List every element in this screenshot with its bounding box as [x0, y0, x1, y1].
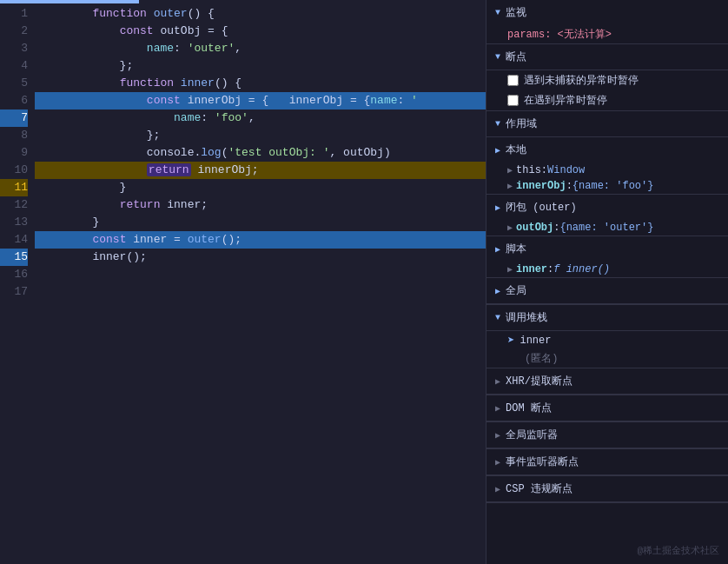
- global-arrow: ▶: [495, 286, 500, 296]
- callstack-header[interactable]: ▼ 调用堆栈: [486, 305, 728, 331]
- xhr-label: XHR/提取断点: [506, 374, 572, 388]
- script-header[interactable]: ▶ 脚本: [486, 236, 728, 262]
- line-num-9: 9: [0, 144, 28, 162]
- scope-label: 作用域: [506, 116, 537, 131]
- line-num-8: 8: [0, 127, 28, 144]
- code-line-7: const innerObj = { innerObj = {name: ': [35, 92, 486, 109]
- dom-header[interactable]: ▶ DOM 断点: [486, 395, 728, 421]
- line-num-4: 4: [0, 57, 28, 75]
- closure-outobj-arrow: ▶: [507, 222, 513, 233]
- xhr-section: ▶ XHR/提取断点: [486, 368, 728, 395]
- code-line-10: console.log('test outObj: ', outObj): [35, 144, 486, 162]
- global-header[interactable]: ▶ 全局: [486, 278, 728, 303]
- line-num-15: 15: [0, 249, 28, 266]
- local-section: ▶ 本地 ▶ this: Window ▶ innerObj : {name: …: [486, 137, 728, 195]
- line-num-7: 7: [0, 109, 28, 127]
- local-this-value: Window: [547, 164, 585, 176]
- closure-outobj-value: {name: 'outer'}: [559, 222, 653, 234]
- code-line-15: const inner = outer();: [35, 231, 486, 249]
- breakpoints-header[interactable]: ▼ 断点: [486, 44, 728, 70]
- callstack-active-arrow: ➤: [507, 333, 514, 348]
- line-num-13: 13: [0, 214, 28, 231]
- breakpoints-label: 断点: [506, 50, 526, 64]
- global-listener-header[interactable]: ▶ 全局监听器: [486, 422, 728, 448]
- line-num-6: 6: [0, 92, 28, 109]
- line-num-17: 17: [0, 283, 28, 301]
- code-line-11: return innerObj;: [35, 162, 486, 179]
- global-listener-label: 全局监听器: [506, 428, 558, 442]
- code-line-8: name: 'foo',: [35, 109, 486, 127]
- global-section: ▶ 全局: [486, 278, 728, 304]
- local-header[interactable]: ▶ 本地: [486, 137, 728, 163]
- script-inner: ▶ inner : f inner(): [486, 262, 728, 277]
- line-numbers: 1234567891011121314151617: [0, 3, 35, 564]
- global-listener-arrow: ▶: [495, 430, 500, 441]
- local-this: ▶ this: Window: [486, 163, 728, 178]
- line-num-11: 11: [0, 179, 28, 196]
- local-label: 本地: [506, 143, 526, 157]
- event-listener-arrow: ▶: [495, 457, 500, 468]
- watch-section: ▼ 监视 params: <无法计算>: [486, 0, 728, 44]
- xhr-header[interactable]: ▶ XHR/提取断点: [486, 368, 728, 395]
- closure-outobj-key: outObj: [516, 222, 553, 234]
- script-inner-key: inner: [516, 263, 547, 275]
- bp2-checkbox[interactable]: [507, 95, 519, 106]
- local-this-arrow: ▶: [507, 165, 513, 176]
- line-num-10: 10: [0, 162, 28, 179]
- callstack-section: ▼ 调用堆栈 ➤ inner (匿名): [486, 305, 728, 368]
- local-innerobj-key: innerObj: [516, 180, 566, 192]
- script-inner-sep: :: [547, 263, 553, 275]
- local-innerobj-value: {name: 'foo'}: [572, 180, 654, 192]
- watch-item: params: <无法计算>: [486, 25, 728, 43]
- local-this-key: this:: [516, 164, 547, 176]
- watch-header[interactable]: ▼ 监视: [486, 0, 728, 25]
- callstack-arrow: ▼: [495, 313, 500, 322]
- code-line-5: };: [35, 57, 486, 75]
- bp1-checkbox[interactable]: [507, 75, 519, 86]
- callstack-inner[interactable]: ➤ inner: [486, 331, 728, 349]
- event-listener-header[interactable]: ▶ 事件监听器断点: [486, 449, 728, 475]
- closure-section: ▶ 闭包 (outer) ▶ outObj : {name: 'outer'}: [486, 195, 728, 236]
- bp1-label: 遇到未捕获的异常时暂停: [524, 73, 639, 88]
- event-listener-label: 事件监听器断点: [506, 455, 579, 469]
- script-section: ▶ 脚本 ▶ inner : f inner(): [486, 236, 728, 278]
- line-num-1: 1: [0, 5, 28, 23]
- bp2-label: 在遇到异常时暂停: [524, 93, 607, 108]
- breakpoints-section: ▼ 断点 遇到未捕获的异常时暂停 在遇到异常时暂停: [486, 44, 728, 111]
- code-line-6: function inner() {: [35, 75, 486, 92]
- code-lines[interactable]: function outer() { const outObj = { name…: [35, 3, 486, 564]
- code-line-13: return inner;: [35, 196, 486, 214]
- callstack-inner-name: inner: [520, 335, 551, 347]
- line-num-3: 3: [0, 40, 28, 57]
- line-num-2: 2: [0, 23, 28, 40]
- code-line-9: };: [35, 127, 486, 144]
- watch-arrow: ▼: [495, 8, 500, 17]
- debug-panel[interactable]: ▼ 监视 params: <无法计算> ▼ 断点 遇到未捕获的异常时暂停 在遇到…: [486, 0, 728, 564]
- code-line-12: }: [35, 179, 486, 196]
- csp-label: CSP 违规断点: [506, 481, 572, 496]
- dom-section: ▶ DOM 断点: [486, 395, 728, 422]
- dom-arrow: ▶: [495, 403, 500, 414]
- csp-header[interactable]: ▶ CSP 违规断点: [486, 476, 728, 502]
- csp-arrow: ▶: [495, 484, 500, 494]
- callstack-anon-name: (匿名): [525, 351, 558, 366]
- closure-header[interactable]: ▶ 闭包 (outer): [486, 195, 728, 220]
- line-num-14: 14: [0, 231, 28, 249]
- callstack-label: 调用堆栈: [506, 310, 547, 325]
- code-line-14: }: [35, 214, 486, 231]
- script-inner-arrow: ▶: [507, 264, 513, 275]
- code-line-2: function outer() {: [35, 5, 486, 23]
- closure-label: 闭包 (outer): [506, 200, 577, 215]
- global-label: 全局: [506, 283, 526, 298]
- callstack-anon[interactable]: (匿名): [486, 349, 728, 368]
- scope-header[interactable]: ▼ 作用域: [486, 111, 728, 137]
- scope-section: ▼ 作用域 ▶ 本地 ▶ this: Window ▶ innerObj : {…: [486, 111, 728, 305]
- code-line-16: inner();: [35, 249, 486, 266]
- closure-arrow: ▶: [495, 202, 500, 213]
- scope-arrow: ▼: [495, 119, 500, 129]
- breakpoints-arrow: ▼: [495, 52, 500, 62]
- code-area: 1234567891011121314151617 function outer…: [0, 3, 486, 564]
- watch-label: 监视: [506, 5, 526, 20]
- closure-outobj-sep: :: [553, 222, 559, 234]
- dom-label: DOM 断点: [506, 401, 552, 415]
